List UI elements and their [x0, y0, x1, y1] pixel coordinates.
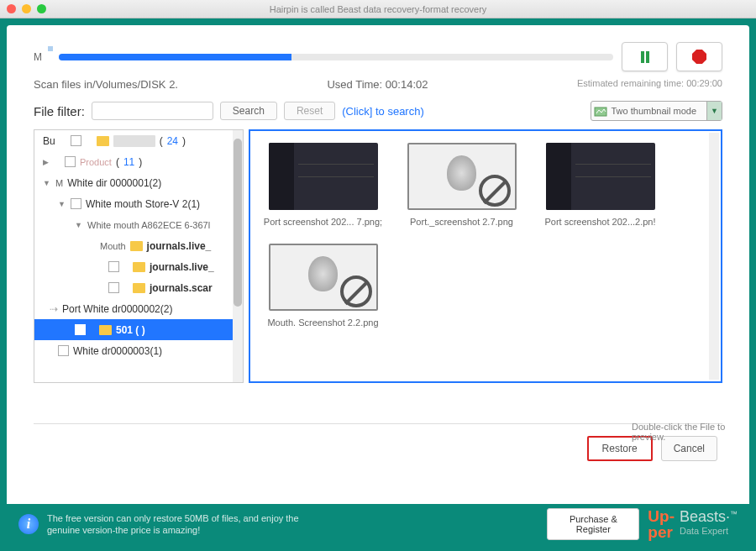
progress-row: M [34, 42, 722, 71]
pause-button[interactable] [622, 42, 668, 71]
tree-row[interactable]: journals.scar [34, 277, 243, 298]
pause-icon [641, 51, 649, 63]
thumbnail-icon [591, 102, 610, 120]
view-mode-select[interactable]: Two thumbnail mode ▼ [591, 101, 723, 121]
thumbs-scrollbar[interactable] [709, 133, 719, 380]
stop-icon [692, 50, 706, 64]
checkbox[interactable] [108, 261, 119, 272]
info-row: Scan files in/Volumes/DISK 2. Used Time:… [34, 78, 722, 91]
tree-scrollbar[interactable] [233, 130, 243, 382]
tree-row[interactable]: ⇢ Port White dr0000002(2) [34, 298, 243, 319]
folder-icon [133, 262, 145, 272]
tree-row[interactable]: ▶ Product (11) [34, 151, 243, 172]
brand-subtitle: Data Expert [680, 526, 738, 536]
folder-icon [130, 241, 143, 251]
footer-text: The free version can only restore 50MB o… [47, 512, 316, 537]
scrollbar-thumb[interactable] [234, 139, 242, 307]
thumbnail-caption: Port screenshot 202... 7.png; [264, 217, 382, 227]
outer-frame: M Scan files in/Volumes/DISK 2. Used Tim… [0, 18, 756, 551]
tree-row[interactable]: Mouth journals.live_ [34, 235, 243, 256]
tree-row[interactable]: ▼ M White dir 0000001(2) [34, 172, 243, 193]
folder-tree[interactable]: Bu (24) ▶ Product (11) [34, 129, 244, 383]
tree-row[interactable]: journals.live_ [34, 256, 243, 277]
thumbnail-item[interactable]: Port screenshot 202...2.pn! [539, 143, 661, 227]
brand: Up- per Beasts·™ Data Expert [648, 508, 738, 539]
tree-row-selected[interactable]: 501 ( ) [34, 319, 243, 340]
filter-row: File filter: Search Reset (Click] to sea… [34, 101, 722, 121]
traffic-lights [7, 4, 46, 13]
collapse-icon[interactable]: ▼ [75, 221, 83, 229]
checkbox[interactable] [71, 135, 81, 146]
window-title: Hairpin is called Beast data recovery-fo… [270, 4, 487, 14]
purchase-button[interactable]: Purchase & Register [547, 508, 639, 540]
info-icon: i [18, 514, 39, 534]
brand-upper: Up- per [648, 509, 675, 539]
tree-row[interactable]: ▼ White mouth Store-V 2(1) [34, 193, 243, 214]
close-icon[interactable] [7, 4, 16, 13]
titlebar: Hairpin is called Beast data recovery-fo… [0, 0, 756, 18]
folder-icon [99, 325, 112, 335]
thumbnail-caption: Port._screenshot 2.7.png [410, 217, 513, 227]
filter-label: File filter: [34, 104, 85, 118]
collapse-icon[interactable]: ▼ [43, 179, 51, 187]
chevron-down-icon[interactable]: ▼ [706, 102, 722, 120]
progress-fill [59, 54, 291, 60]
expand-icon[interactable]: ▶ [43, 158, 51, 166]
progress-label: M [34, 51, 50, 63]
thumbnail-image [407, 143, 517, 210]
scan-path: Scan files in/Volumes/DISK 2. [34, 78, 178, 91]
checkbox[interactable] [108, 282, 119, 293]
checkbox[interactable] [65, 156, 76, 167]
folder-icon [133, 283, 145, 293]
thumbnail-item[interactable]: Port._screenshot 2.7.png [401, 143, 522, 227]
view-mode-label: Two thumbnail mode [610, 106, 707, 116]
preview-hint: Double-click the File to preview. [632, 422, 732, 442]
thumbnail-caption: Mouth. Screenshot 2.2.png [267, 317, 378, 328]
checkbox[interactable] [71, 198, 81, 209]
balloon-icon [441, 155, 483, 197]
tree-row[interactable]: Bu (24) [34, 130, 243, 151]
minimize-icon[interactable] [22, 4, 31, 13]
thumbnail-image [269, 143, 378, 210]
balloon-icon [302, 256, 344, 298]
search-button[interactable]: Search [220, 102, 277, 120]
folder-icon [97, 136, 109, 146]
brand-name: Beasts· [680, 508, 730, 525]
thumbnail-caption: Port screenshot 202...2.pn! [544, 217, 655, 227]
thumbnail-item[interactable]: Port screenshot 202... 7.png; [262, 143, 384, 227]
est-time: Estimated remaining time: 00:29:00 [577, 78, 722, 91]
divider [34, 423, 722, 424]
tree-row[interactable]: ▼ White mouth A862ECE 6-367l [34, 214, 243, 235]
stop-button[interactable] [676, 42, 722, 71]
checkbox[interactable] [58, 345, 69, 356]
progress-bar [59, 54, 613, 60]
no-preview-icon [340, 276, 372, 307]
thumbnail-item[interactable]: Mouth. Screenshot 2.2.png [262, 244, 384, 328]
folder-icon [113, 135, 155, 147]
thumbnail-image [546, 143, 655, 210]
collapse-icon[interactable]: ▼ [58, 200, 66, 208]
thumbnail-image [269, 244, 378, 311]
filter-input[interactable] [92, 102, 213, 120]
reset-button[interactable]: Reset [284, 102, 335, 120]
used-time: Used Time: 00:14:02 [327, 78, 428, 91]
main-panel: M Scan files in/Volumes/DISK 2. Used Tim… [7, 25, 749, 544]
action-row: Restore Cancel [34, 436, 722, 461]
thumbnail-grid: Port screenshot 202... 7.png; Port._scre… [249, 129, 722, 383]
zoom-icon[interactable] [37, 4, 46, 13]
click-search-hint[interactable]: (Click] to search) [342, 105, 424, 118]
no-preview-icon [479, 175, 511, 207]
main-area: Bu (24) ▶ Product (11) [34, 129, 722, 383]
checkbox[interactable] [75, 324, 86, 335]
tree-row[interactable]: White dr0000003(1) [34, 340, 243, 361]
app-window: Hairpin is called Beast data recovery-fo… [0, 0, 756, 551]
footer-bar: i The free version can only restore 50MB… [7, 504, 749, 544]
